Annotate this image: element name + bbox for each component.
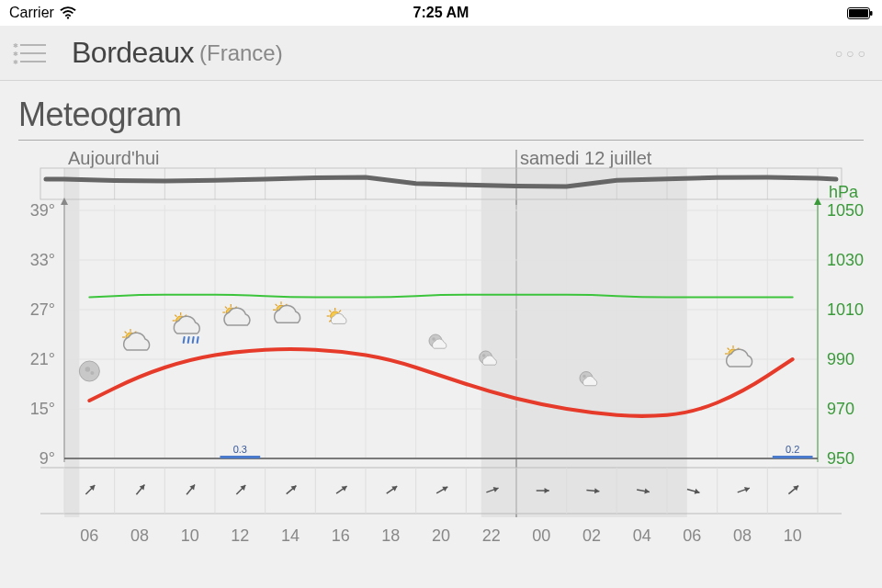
city-name: Bordeaux: [72, 36, 194, 70]
svg-line-96: [188, 337, 189, 343]
svg-text:9°: 9°: [40, 449, 55, 468]
svg-text:14: 14: [281, 526, 300, 545]
svg-text:10: 10: [784, 526, 802, 545]
svg-point-127: [432, 337, 435, 341]
svg-text:33°: 33°: [30, 251, 55, 269]
svg-point-74: [79, 361, 99, 381]
battery-icon: [847, 7, 873, 19]
title-section: Meteogram: [0, 81, 882, 136]
svg-rect-14: [481, 168, 687, 517]
svg-text:1050: 1050: [827, 201, 864, 220]
svg-text:0.2: 0.2: [786, 444, 799, 455]
svg-text:39°: 39°: [30, 201, 55, 220]
menu-icon[interactable]: ✱ ✱ ✱: [13, 41, 46, 65]
svg-point-130: [482, 354, 486, 357]
svg-line-105: [225, 307, 227, 309]
meteogram-chart[interactable]: Aujourd'huisamedi 12 juillet9°15°21°27°3…: [18, 146, 864, 578]
svg-line-114: [276, 304, 277, 306]
svg-text:20: 20: [432, 526, 450, 545]
svg-rect-3: [870, 11, 873, 16]
svg-text:18: 18: [381, 526, 400, 545]
title-rule: [18, 140, 864, 141]
carrier-label: Carrier: [9, 5, 54, 21]
svg-text:15°: 15°: [30, 400, 55, 418]
svg-text:950: 950: [827, 449, 854, 468]
svg-text:✱: ✱: [13, 42, 18, 49]
wifi-icon: [60, 6, 76, 19]
status-bar: Carrier 7:25 AM: [0, 0, 882, 26]
svg-text:02: 02: [582, 526, 601, 545]
svg-text:27°: 27°: [30, 300, 55, 319]
svg-point-133: [582, 375, 586, 379]
svg-line-95: [184, 337, 185, 343]
svg-text:22: 22: [482, 526, 501, 545]
svg-line-98: [198, 337, 198, 343]
svg-text:08: 08: [130, 526, 149, 545]
svg-rect-2: [849, 9, 868, 17]
svg-rect-13: [64, 168, 79, 517]
status-left: Carrier: [9, 5, 297, 21]
svg-text:0.3: 0.3: [233, 444, 247, 455]
svg-point-76: [90, 371, 94, 375]
svg-text:06: 06: [80, 526, 98, 545]
svg-line-92: [175, 315, 176, 317]
svg-line-141: [728, 348, 729, 350]
svg-text:✱: ✱: [13, 59, 18, 65]
svg-text:21°: 21°: [30, 350, 55, 368]
svg-text:06: 06: [683, 526, 701, 545]
status-right: [585, 7, 873, 19]
svg-text:12: 12: [231, 526, 249, 545]
svg-point-75: [85, 367, 91, 372]
svg-text:samedi 12 juillet: samedi 12 juillet: [520, 148, 652, 168]
svg-text:08: 08: [733, 526, 752, 545]
svg-point-0: [67, 17, 69, 18]
svg-rect-70: [220, 456, 260, 458]
svg-line-123: [329, 311, 331, 312]
status-time: 7:25 AM: [297, 5, 584, 21]
svg-text:970: 970: [827, 400, 854, 418]
more-icon[interactable]: ○○○: [835, 46, 869, 61]
svg-text:Aujourd'hui: Aujourd'hui: [68, 148, 159, 168]
svg-text:16: 16: [332, 526, 350, 545]
svg-text:1030: 1030: [827, 251, 864, 269]
svg-text:990: 990: [827, 350, 854, 368]
svg-text:04: 04: [633, 526, 651, 545]
svg-text:1010: 1010: [827, 300, 864, 319]
svg-line-97: [193, 337, 194, 343]
svg-rect-72: [773, 456, 813, 458]
app-header: ✱ ✱ ✱ Bordeaux (France) ○○○: [0, 26, 882, 81]
country-label: (France): [199, 40, 283, 66]
page-title: Meteogram: [18, 96, 864, 134]
svg-text:✱: ✱: [13, 51, 18, 57]
svg-text:00: 00: [532, 526, 550, 545]
svg-line-125: [339, 311, 341, 312]
svg-text:hPa: hPa: [829, 183, 859, 201]
svg-line-83: [125, 332, 127, 334]
svg-text:10: 10: [181, 526, 199, 545]
